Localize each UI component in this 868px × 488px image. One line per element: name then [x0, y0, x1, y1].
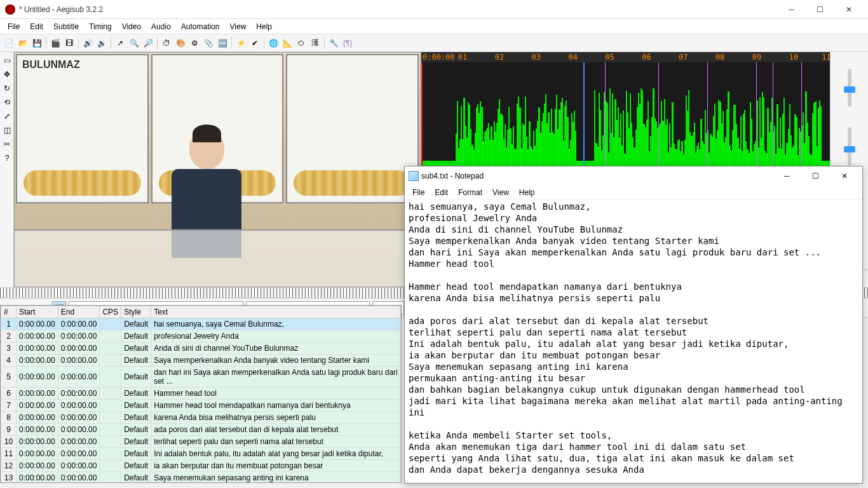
menu-audio[interactable]: Audio [146, 20, 176, 33]
help-tool-icon[interactable]: ? [1, 152, 13, 164]
notepad-content[interactable]: hai semuanya, saya Cemal Bulunmaz, profe… [405, 200, 862, 483]
fonts-icon[interactable]: 🔤 [216, 37, 229, 50]
notepad-title: sub4.txt - Notepad [421, 172, 773, 180]
col-style[interactable]: Style [121, 306, 151, 318]
options-icon[interactable]: 🔧 [327, 37, 340, 50]
notepad-maximize-button[interactable]: ☐ [801, 166, 830, 186]
zoom-out-icon[interactable]: 🔎 [142, 37, 154, 50]
notepad-menu-view[interactable]: View [487, 187, 514, 198]
video-logo: BULUNMAZ [22, 59, 80, 71]
shift-times-icon[interactable]: ⏱ [160, 37, 173, 50]
maximize-button[interactable]: ☐ [806, 0, 834, 19]
video-close-icon[interactable]: 🎞 [63, 37, 76, 50]
menu-automation[interactable]: Automation [176, 20, 225, 33]
style-manager-icon[interactable]: 🎨 [174, 37, 187, 50]
notepad-titlebar[interactable]: sub4.txt - Notepad ─ ☐ ✕ [405, 166, 862, 186]
video-toolbar: ▭ ✥ ↻ ⟲ ⤢ ◫ ✂ ? [0, 52, 14, 287]
main-toolbar: 📄 📂 💾 🎬 🎞 🔊 🔉 ↗ 🔍 🔎 ⏱ 🎨 ⚙ 📎 🔤 ⚡ ✔ 🌐 📐 ⏲ … [0, 34, 868, 52]
rotate-xy-icon[interactable]: ⟲ [1, 97, 13, 108]
save-icon[interactable]: 💾 [31, 37, 43, 50]
table-row[interactable]: 130:00:00.000:00:00.00DefaultSaya menemu… [1, 472, 401, 484]
table-row[interactable]: 70:00:00.000:00:00.00DefaultHammer head … [1, 400, 401, 412]
jump-icon[interactable]: ↗ [114, 37, 126, 50]
notepad-window[interactable]: sub4.txt - Notepad ─ ☐ ✕ File Edit Forma… [404, 166, 863, 484]
table-row[interactable]: 110:00:00.000:00:00.00DefaultIni adalah … [1, 448, 401, 460]
attachments-icon[interactable]: 📎 [202, 37, 215, 50]
app-icon [5, 4, 15, 15]
video-open-icon[interactable]: 🎬 [49, 37, 62, 50]
spellcheck-icon[interactable]: ✔ [248, 37, 261, 50]
table-row[interactable]: 120:00:00.000:00:00.00Defaultia akan ber… [1, 460, 401, 472]
assistant-icon[interactable]: 🌐 [267, 37, 280, 50]
clip-rect-icon[interactable]: ◫ [1, 125, 13, 136]
kanji-icon[interactable]: 漢 [309, 37, 322, 50]
table-row[interactable]: 80:00:00.000:00:00.00Defaultkarena Anda … [1, 412, 401, 424]
col-start[interactable]: Start [17, 306, 58, 318]
clip-vector-icon[interactable]: ✂ [1, 139, 13, 150]
notepad-menubar: File Edit Format View Help [405, 186, 862, 200]
table-row[interactable]: 30:00:00.000:00:00.00DefaultAnda di sini… [1, 342, 401, 355]
notepad-menu-format[interactable]: Format [453, 187, 487, 198]
menu-file[interactable]: File [3, 20, 25, 33]
titlebar: * Untitled - Aegisub 3.2.2 ─ ☐ ✕ [0, 0, 868, 19]
menu-timing[interactable]: Timing [84, 20, 117, 33]
audio-video-icon[interactable]: 🔉 [95, 37, 108, 50]
properties-icon[interactable]: ⚙ [188, 37, 201, 50]
close-button[interactable]: ✕ [834, 0, 863, 19]
notepad-menu-help[interactable]: Help [514, 187, 540, 198]
notepad-icon [409, 171, 419, 181]
resample-icon[interactable]: 📐 [281, 37, 294, 50]
menu-subtitle[interactable]: Subtitle [48, 20, 84, 33]
horizontal-zoom-slider[interactable] [848, 69, 851, 107]
cycle-icon[interactable]: {¶} [341, 37, 354, 50]
table-row[interactable]: 50:00:00.000:00:00.00Defaultdan hari ini… [1, 367, 401, 388]
menu-video[interactable]: Video [117, 20, 146, 33]
table-row[interactable]: 100:00:00.000:00:00.00Defaultterlihat se… [1, 436, 401, 448]
notepad-menu-file[interactable]: File [407, 187, 430, 198]
notepad-close-button[interactable]: ✕ [830, 166, 858, 186]
drag-tool-icon[interactable]: ✥ [1, 69, 13, 80]
audio-ruler: 0:00:00 01 02 03 04 05 06 07 08 09 10 11 [421, 52, 830, 62]
zoom-in-icon[interactable]: 🔍 [128, 37, 140, 50]
notepad-menu-edit[interactable]: Edit [430, 187, 453, 198]
open-icon[interactable]: 📂 [17, 37, 29, 50]
col-end[interactable]: End [58, 306, 100, 318]
table-row[interactable]: 60:00:00.000:00:00.00DefaultHammer head … [1, 388, 401, 400]
menu-edit[interactable]: Edit [25, 20, 48, 33]
video-display[interactable]: BULUNMAZ [14, 52, 421, 287]
rotate-z-icon[interactable]: ↻ [1, 83, 13, 94]
table-row[interactable]: 90:00:00.000:00:00.00Defaultada poros da… [1, 424, 401, 436]
menubar: File Edit Subtitle Timing Video Audio Au… [0, 19, 868, 34]
menu-help[interactable]: Help [251, 20, 277, 33]
table-row[interactable]: 10:00:00.000:00:00.00Defaulthai semuanya… [1, 318, 401, 330]
timing-proc-icon[interactable]: ⏲ [295, 37, 308, 50]
table-row[interactable]: 40:00:00.000:00:00.00DefaultSaya memperk… [1, 355, 401, 367]
notepad-minimize-button[interactable]: ─ [773, 166, 801, 186]
table-row[interactable]: 20:00:00.000:00:00.00Defaultprofesional … [1, 330, 401, 342]
vertical-zoom-slider[interactable] [848, 127, 851, 165]
automation-icon[interactable]: ⚡ [234, 37, 247, 50]
minimize-button[interactable]: ─ [777, 0, 806, 19]
scale-icon[interactable]: ⤢ [1, 111, 13, 122]
window-title: * Untitled - Aegisub 3.2.2 [19, 5, 777, 14]
audio-open-icon[interactable]: 🔊 [81, 37, 94, 50]
col-text[interactable]: Text [151, 306, 401, 318]
col-cps[interactable]: CPS [100, 306, 121, 318]
menu-view[interactable]: View [225, 20, 252, 33]
col-num[interactable]: # [1, 306, 17, 318]
subtitle-grid[interactable]: # Start End CPS Style Text 10:00:00.000:… [0, 305, 402, 483]
new-icon[interactable]: 📄 [3, 37, 15, 50]
standard-tool-icon[interactable]: ▭ [1, 55, 13, 66]
